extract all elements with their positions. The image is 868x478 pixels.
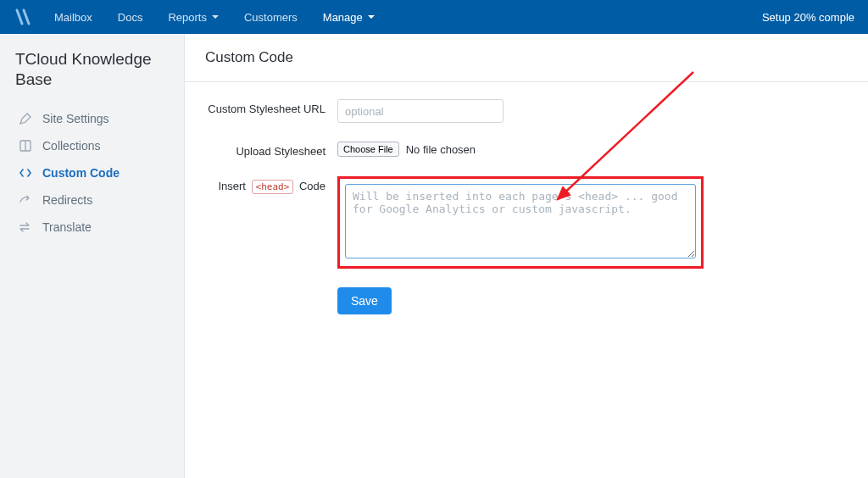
stylesheet-url-input[interactable] <box>337 99 504 123</box>
sidebar-item-redirects[interactable]: Redirects <box>15 188 172 212</box>
site-title: TCloud Knowledge Base <box>15 49 172 90</box>
pencil-icon <box>17 112 34 125</box>
sidebar-item-label: Custom Code <box>42 166 120 180</box>
sidebar-item-translate[interactable]: Translate <box>15 215 172 239</box>
nav-manage[interactable]: Manage <box>323 11 375 24</box>
chevron-down-icon <box>368 15 375 19</box>
main-content: Custom Code Custom Stylesheet URL Upload… <box>185 34 868 478</box>
sidebar-item-label: Site Settings <box>42 112 109 125</box>
head-code-textarea[interactable] <box>345 184 696 258</box>
sidebar: TCloud Knowledge Base Site Settings Coll… <box>0 34 185 478</box>
sidebar-item-label: Redirects <box>42 193 92 207</box>
swap-icon <box>17 220 34 234</box>
code-icon <box>17 166 34 180</box>
choose-file-button[interactable]: Choose File <box>337 142 399 157</box>
page-title: Custom Code <box>185 34 868 82</box>
sidebar-item-label: Translate <box>42 220 92 234</box>
row-insert-head: Insert <head> Code <box>205 176 848 269</box>
nav-docs[interactable]: Docs <box>118 11 143 24</box>
row-save: Save <box>205 287 848 314</box>
sidebar-item-site-settings[interactable]: Site Settings <box>15 107 172 131</box>
nav-items: Mailbox Docs Reports Customers Manage <box>54 11 375 24</box>
sidebar-item-custom-code[interactable]: Custom Code <box>15 161 172 185</box>
nav-customers[interactable]: Customers <box>244 11 298 24</box>
label-upload-stylesheet: Upload Stylesheet <box>205 142 337 158</box>
setup-status[interactable]: Setup 20% comple <box>762 11 854 24</box>
sidebar-item-collections[interactable]: Collections <box>15 134 172 158</box>
file-status: No file chosen <box>406 143 476 156</box>
sidebar-item-label: Collections <box>42 139 100 153</box>
label-stylesheet-url: Custom Stylesheet URL <box>205 99 337 115</box>
row-stylesheet-url: Custom Stylesheet URL <box>205 99 848 123</box>
app-logo-icon[interactable] <box>14 7 34 27</box>
redirect-icon <box>17 193 34 207</box>
book-icon <box>17 139 34 153</box>
label-insert-head: Insert <head> Code <box>205 176 337 194</box>
top-nav: Mailbox Docs Reports Customers Manage Se… <box>0 0 868 34</box>
nav-reports[interactable]: Reports <box>168 11 219 24</box>
row-upload-stylesheet: Upload Stylesheet Choose File No file ch… <box>205 142 848 158</box>
nav-mailbox[interactable]: Mailbox <box>54 11 92 24</box>
chevron-down-icon <box>212 15 219 19</box>
save-button[interactable]: Save <box>337 287 392 314</box>
annotation-highlight-box <box>337 176 704 269</box>
head-tag-badge: <head> <box>252 180 294 194</box>
